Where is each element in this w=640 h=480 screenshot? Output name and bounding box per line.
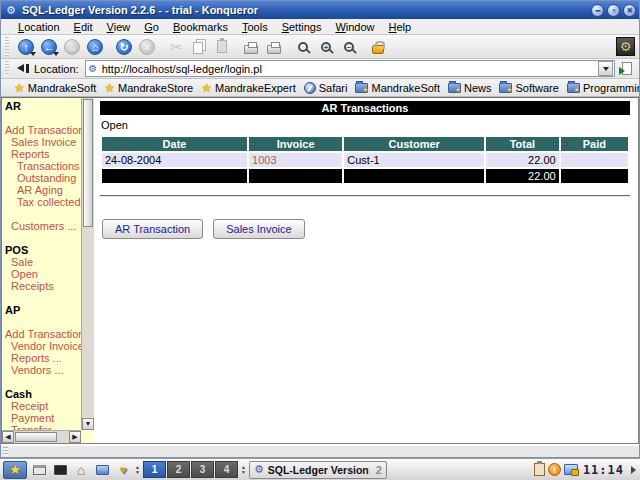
sidebar-item-transactions[interactable]: Transactions <box>5 160 81 172</box>
reload-icon: ↻ <box>116 39 132 55</box>
location-input[interactable] <box>100 61 597 76</box>
column-header-invoice[interactable]: Invoice <box>249 137 342 151</box>
sidebar-item-payment[interactable]: Payment <box>5 412 81 424</box>
toolbar-grip[interactable] <box>5 37 9 55</box>
k-menu-button[interactable]: ★ <box>3 461 27 479</box>
task-label: SQL-Ledger Version <box>268 464 372 476</box>
table-header-row: Date Invoice Customer Total Paid <box>102 137 628 151</box>
locbar-grip[interactable] <box>5 61 9 76</box>
scroll-right-button[interactable]: ▶ <box>69 431 81 443</box>
menu-location[interactable]: Location <box>11 20 67 34</box>
menu-view[interactable]: View <box>100 20 138 34</box>
sidebar-item-receipt[interactable]: Receipt <box>5 400 81 412</box>
bookmark-folder-programming[interactable]: Programming <box>564 82 639 94</box>
bookmark-mandrakestore[interactable]: ★ MandrakeStore <box>101 82 196 94</box>
invoice-link[interactable]: 1003 <box>252 154 276 166</box>
stop-icon: × <box>139 39 155 55</box>
sidebar-item-outstanding[interactable]: Outstanding <box>5 172 81 184</box>
bookmark-folder-icon <box>448 83 461 93</box>
bookmark-folder-news[interactable]: News <box>445 82 495 94</box>
sidebar-horizontal-scrollbar[interactable]: ◀ ▶ <box>2 430 81 443</box>
home-button[interactable]: ⌂ <box>85 37 105 57</box>
sales-invoice-button[interactable]: Sales Invoice <box>213 219 304 239</box>
menu-window[interactable]: Window <box>328 20 381 34</box>
panel-clock[interactable]: 11:14 <box>581 463 626 477</box>
desktop-4-button[interactable]: 4 <box>215 461 238 478</box>
taskbar-window-button[interactable]: ⚙ SQL-Ledger Version 2 <box>249 461 387 479</box>
scrollbar-thumb[interactable] <box>15 432 57 442</box>
sidebar-vertical-scrollbar[interactable]: ▼ <box>81 98 94 430</box>
menu-go[interactable]: Go <box>137 20 166 34</box>
sidebar-item-ap-reports[interactable]: Reports ... <box>5 352 81 364</box>
print-button[interactable] <box>241 37 261 57</box>
menu-settings[interactable]: Settings <box>275 20 329 34</box>
menu-tools[interactable]: Tools <box>235 20 275 34</box>
sidebar-item-customers[interactable]: Customers ... <box>5 220 81 232</box>
zoom-in-button[interactable]: + <box>316 37 336 57</box>
sidebar-item-vendor-invoice[interactable]: Vendor Invoice <box>5 340 81 352</box>
column-header-total[interactable]: Total <box>486 137 559 151</box>
zoom-out-button[interactable]: − <box>339 37 359 57</box>
print-frame-button[interactable] <box>264 37 284 57</box>
scroll-left-button[interactable]: ◀ <box>2 431 14 443</box>
up-button[interactable]: ↑ <box>16 37 36 57</box>
desktop-3-button[interactable]: 3 <box>191 461 214 478</box>
taskbar-scroll-arrows[interactable]: ▲▼ <box>241 465 246 474</box>
sidebar-item-sale[interactable]: Sale <box>5 256 81 268</box>
find-button[interactable] <box>293 37 313 57</box>
reload-button[interactable]: ↻ <box>114 37 134 57</box>
clear-location-icon[interactable] <box>17 63 30 74</box>
back-dropdown-caret[interactable] <box>53 52 59 56</box>
bookmark-folder-mandrakesoft[interactable]: MandrakeSoft <box>352 82 442 94</box>
desktop-1-button[interactable]: 1 <box>143 461 166 478</box>
system-tray: ! 11:14 <box>534 461 637 479</box>
cell-total: 22.00 <box>486 153 559 167</box>
minimize-button[interactable]: – <box>591 4 604 17</box>
column-header-customer[interactable]: Customer <box>344 137 484 151</box>
maximize-button[interactable]: ▫ <box>607 4 620 17</box>
pager-scroll-arrows[interactable]: ▲▼ <box>135 465 140 474</box>
location-dropdown-button[interactable] <box>598 61 613 76</box>
scroll-down-button[interactable]: ▼ <box>82 418 94 430</box>
statusbar-grip[interactable] <box>3 447 8 456</box>
menu-bookmarks[interactable]: Bookmarks <box>166 20 235 34</box>
ar-transaction-button[interactable]: AR Transaction <box>102 219 203 239</box>
bookmark-label: MandrakeSoft <box>28 82 96 94</box>
bookmark-mandrakeexpert[interactable]: ★ MandrakeExpert <box>198 82 298 94</box>
konsole-launcher[interactable] <box>51 461 69 479</box>
bookmark-mandrakesoft[interactable]: ★ MandrakeSoft <box>11 82 99 94</box>
sidebar-item-receipts[interactable]: Receipts <box>5 280 81 292</box>
zoom-in-icon: + <box>321 42 331 52</box>
sidebar-item-vendors[interactable]: Vendors ... <box>5 364 81 376</box>
screen-lock-icon[interactable] <box>564 464 578 475</box>
bookmark-folder-software[interactable]: Software <box>496 82 561 94</box>
sidebar-item-ap-add-transaction[interactable]: Add Transaction <box>5 328 81 340</box>
bookmark-safari[interactable]: Safari <box>301 82 351 94</box>
sidebar-item-tax-collected[interactable]: Tax collected <box>5 196 81 208</box>
menu-edit[interactable]: Edit <box>67 20 100 34</box>
show-desktop-button[interactable] <box>30 461 48 479</box>
titlebar[interactable]: ⚙ SQL-Ledger Version 2.2.6 - - trial - K… <box>1 1 639 19</box>
home-launcher[interactable]: ⌂ <box>72 461 90 479</box>
update-alert-icon[interactable]: ! <box>548 463 561 476</box>
column-header-date[interactable]: Date <box>102 137 247 151</box>
klipper-icon[interactable] <box>534 463 545 476</box>
column-header-paid[interactable]: Paid <box>561 137 628 151</box>
location-combobox[interactable]: ⚙ <box>85 60 615 77</box>
sidebar-item-sales-invoice[interactable]: Sales Invoice <box>5 136 81 148</box>
panel-hide-button[interactable] <box>629 461 637 479</box>
go-button[interactable] <box>619 61 635 77</box>
close-button[interactable]: × <box>623 4 636 17</box>
desktop-2-button[interactable]: 2 <box>167 461 190 478</box>
security-button[interactable] <box>368 37 388 57</box>
sidebar-item-reports[interactable]: Reports <box>5 148 81 160</box>
sidebar-item-open[interactable]: Open <box>5 268 81 280</box>
back-button[interactable]: ← <box>39 37 59 57</box>
scrollbar-thumb[interactable] <box>83 99 93 227</box>
up-dropdown-caret[interactable] <box>30 52 36 56</box>
konqueror-launcher[interactable] <box>93 461 111 479</box>
sidebar-item-ar-aging[interactable]: AR Aging <box>5 184 81 196</box>
tray-app-launcher[interactable]: ♥ <box>114 461 132 479</box>
sidebar-item-add-transaction[interactable]: Add Transaction <box>5 124 81 136</box>
menu-help[interactable]: Help <box>382 20 419 34</box>
